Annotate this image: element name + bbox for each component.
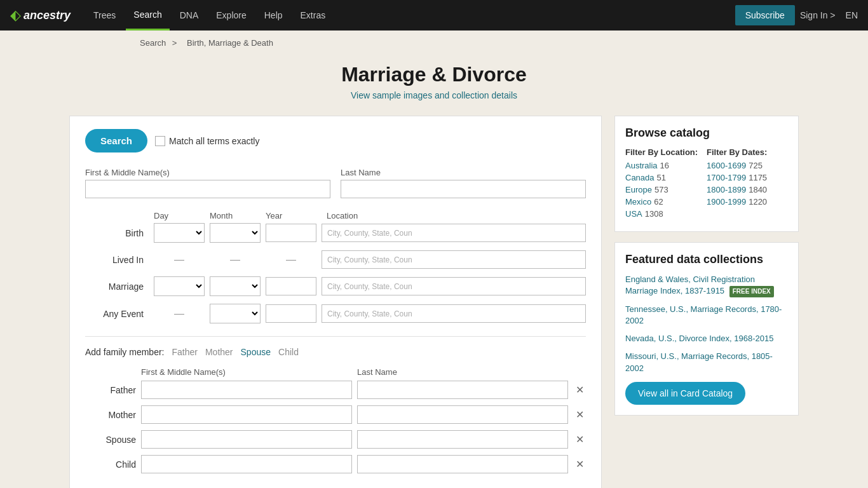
filter-europe-count: 573 [654, 185, 668, 194]
mother-last-name-input[interactable] [357, 405, 568, 424]
marriage-day-select[interactable] [154, 276, 205, 296]
filter-canada-count: 51 [657, 173, 666, 182]
spouse-label: Spouse [85, 435, 136, 445]
view-catalog-button[interactable]: View all in Card Catalog [625, 382, 745, 405]
nav-extras[interactable]: Extras [293, 0, 334, 30]
filter-1600s-link[interactable]: 1600-1699 [707, 161, 746, 170]
breadcrumb-separator: > [172, 38, 177, 48]
marriage-year-input[interactable] [266, 277, 316, 295]
free-index-badge: FREE INDEX [729, 286, 774, 297]
search-panel: Search Match all terms exactly First & M… [69, 116, 602, 488]
first-name-group: First & Middle Name(s) [85, 168, 330, 198]
logo[interactable]: ⬖ ancestry [10, 7, 71, 24]
last-name-input[interactable] [341, 180, 586, 198]
logo-text: ancestry [24, 9, 71, 22]
family-row-mother: Mother ✕ [85, 405, 586, 424]
filter-mexico-link[interactable]: Mexico [625, 197, 651, 207]
filter-1700s-count: 1175 [749, 173, 767, 182]
nav-search[interactable]: Search [126, 0, 169, 30]
ancestry-leaf-icon: ⬖ [10, 7, 21, 24]
any-event-location-input[interactable] [322, 304, 586, 323]
family-link-father[interactable]: Father [172, 347, 197, 357]
nav-help[interactable]: Help [257, 0, 290, 30]
filter-location-col: Filter By Location: Australia 16 Canada … [625, 147, 707, 221]
nav-dna[interactable]: DNA [172, 0, 207, 30]
featured-link-0[interactable]: England & Wales, Civil Registration Marr… [625, 274, 774, 295]
subscribe-button[interactable]: Subscribe [735, 5, 795, 25]
spouse-last-name-input[interactable] [357, 430, 568, 449]
match-exactly-label[interactable]: Match all terms exactly [155, 136, 259, 146]
father-remove-button[interactable]: ✕ [573, 384, 586, 396]
page-subtitle-link[interactable]: View sample images and collection detail… [351, 90, 517, 100]
spouse-first-name-input[interactable] [141, 430, 352, 449]
search-button[interactable]: Search [85, 129, 147, 152]
family-row-father: Father ✕ [85, 381, 586, 399]
family-last-name-header: Last Name [357, 367, 568, 377]
match-exactly-checkbox[interactable] [155, 136, 165, 146]
family-first-name-header: First & Middle Name(s) [141, 367, 352, 377]
filter-1700s: 1700-1799 1175 [707, 173, 788, 182]
day-header: Day [154, 211, 205, 220]
featured-link-3[interactable]: Missouri, U.S., Marriage Records, 1805-2… [625, 351, 773, 372]
breadcrumb-current: Birth, Marriage & Death [187, 38, 273, 48]
filter-usa-link[interactable]: USA [625, 209, 642, 219]
spouse-remove-button[interactable]: ✕ [573, 433, 586, 445]
lived-in-dash-1: — [154, 254, 205, 266]
father-last-name-input[interactable] [357, 381, 568, 399]
filter-usa: USA 1308 [625, 209, 707, 219]
father-first-name-input[interactable] [141, 381, 352, 399]
language-selector[interactable]: EN [846, 10, 858, 20]
mother-remove-button[interactable]: ✕ [573, 409, 586, 421]
nav-trees[interactable]: Trees [86, 0, 123, 30]
birth-location-input[interactable] [322, 224, 586, 242]
marriage-month-select[interactable] [210, 276, 261, 296]
birth-day-select[interactable] [154, 223, 205, 243]
filter-australia-link[interactable]: Australia [625, 161, 658, 170]
catalog-filters: Filter By Location: Australia 16 Canada … [625, 147, 788, 221]
add-family-label: Add family member: [85, 347, 164, 357]
family-row-child: Child ✕ [85, 455, 586, 473]
any-event-field-row: Any Event — [85, 304, 586, 323]
child-remove-button[interactable]: ✕ [573, 458, 586, 470]
featured-title: Featured data collections [625, 253, 788, 266]
filter-dates-col: Filter By Dates: 1600-1699 725 1700-1799… [707, 147, 788, 221]
filter-1900s-link[interactable]: 1900-1999 [707, 197, 746, 207]
mother-first-name-input[interactable] [141, 405, 352, 424]
child-last-name-input[interactable] [357, 455, 568, 473]
any-event-month-select[interactable] [210, 304, 261, 323]
filter-canada-link[interactable]: Canada [625, 173, 654, 182]
any-event-dash: — [154, 308, 205, 320]
filter-1800s-link[interactable]: 1800-1899 [707, 185, 746, 194]
breadcrumb-search[interactable]: Search [140, 38, 166, 48]
featured-link-1[interactable]: Tennessee, U.S., Marriage Records, 1780-… [625, 304, 782, 325]
nav-explore[interactable]: Explore [208, 0, 254, 30]
filter-1700s-link[interactable]: 1700-1799 [707, 173, 746, 182]
family-link-mother[interactable]: Mother [205, 347, 233, 357]
signin-link[interactable]: Sign In > [800, 10, 836, 20]
family-row-spouse: Spouse ✕ [85, 430, 586, 449]
lived-in-dash-2: — [210, 254, 261, 266]
featured-link-2[interactable]: Nevada, U.S., Divorce Index, 1968-2015 [625, 334, 773, 343]
main-layout: Search Match all terms exactly First & M… [59, 105, 809, 488]
child-first-name-input[interactable] [141, 455, 352, 473]
featured-item-2: Nevada, U.S., Divorce Index, 1968-2015 [625, 333, 788, 344]
first-name-input[interactable] [85, 180, 330, 198]
family-link-spouse[interactable]: Spouse [241, 347, 271, 357]
birth-year-input[interactable] [266, 224, 316, 242]
filter-dates-title: Filter By Dates: [707, 147, 788, 157]
birth-month-select[interactable] [210, 223, 261, 243]
filter-europe-link[interactable]: Europe [625, 185, 652, 194]
lived-in-field-row: Lived In — — — [85, 250, 586, 269]
breadcrumb: Search > Birth, Marriage & Death [0, 30, 868, 53]
birth-label: Birth [85, 228, 149, 238]
featured-item-3: Missouri, U.S., Marriage Records, 1805-2… [625, 351, 788, 374]
filter-australia: Australia 16 [625, 161, 707, 170]
lived-in-label: Lived In [85, 255, 149, 265]
family-link-child[interactable]: Child [278, 347, 299, 357]
lived-in-location-input[interactable] [322, 250, 586, 269]
filter-mexico-count: 62 [654, 197, 663, 207]
marriage-location-input[interactable] [322, 277, 586, 295]
father-label: Father [85, 385, 136, 395]
any-event-year-input[interactable] [266, 304, 316, 323]
main-nav: ⬖ ancestry Trees Search DNA Explore Help… [0, 0, 868, 30]
